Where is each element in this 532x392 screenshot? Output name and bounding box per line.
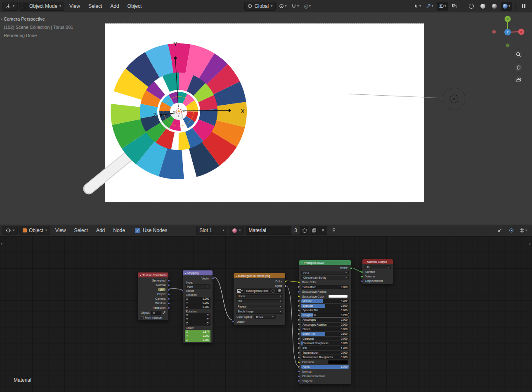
- socket-in[interactable]: [298, 300, 300, 302]
- input-clearcoat-normal[interactable]: Clearcoat Normal: [299, 374, 351, 378]
- shader-menu-view[interactable]: View: [52, 226, 69, 235]
- shader-menu-select[interactable]: Select: [71, 226, 91, 235]
- socket-in[interactable]: [298, 319, 300, 321]
- socket-in[interactable]: [298, 356, 300, 359]
- gizmo-toggle[interactable]: ▾: [424, 2, 435, 11]
- collapse-icon[interactable]: ▾: [185, 272, 186, 275]
- material-name-field[interactable]: Material: [246, 226, 291, 235]
- shading-rendered-button[interactable]: ▾: [501, 2, 512, 11]
- shading-material-button[interactable]: [489, 2, 499, 11]
- collapse-icon[interactable]: ▾: [140, 274, 141, 277]
- target-dropdown[interactable]: All▾: [364, 265, 391, 270]
- menu-object[interactable]: Object: [124, 2, 145, 10]
- socket-in[interactable]: [232, 320, 234, 323]
- specular-slider[interactable]: Specular0.500: [301, 304, 349, 308]
- socket-in[interactable]: [298, 309, 300, 312]
- subsurface-method-dropdown[interactable]: Christensen-Burley▾: [301, 276, 349, 280]
- output-object[interactable]: Object: [138, 292, 168, 296]
- extension-dropdown[interactable]: Repeat▾: [236, 305, 283, 309]
- clearcoat-slider[interactable]: Clearcoat0.000: [301, 337, 349, 341]
- from-instancer-row[interactable]: From Instancer: [138, 315, 168, 319]
- input-emission[interactable]: Emission: [299, 360, 351, 364]
- node-mapping[interactable]: ▾Mapping Vector Type: Point▾ Vector Loca…: [182, 270, 213, 343]
- 3d-viewport[interactable]: Y X Z Camera Perspective (102) Scene Col…: [0, 12, 532, 225]
- image-browse-button[interactable]: ▾: [236, 289, 244, 293]
- node-texture-coordinate[interactable]: ▾Texture Coordinate Generated Normal UV …: [137, 272, 169, 321]
- light-object[interactable]: [443, 88, 465, 110]
- clearcoat-roughness-slider[interactable]: Clearcoat Roughness0.030: [301, 341, 349, 345]
- specular-tint-slider[interactable]: Specular Tint0.000: [301, 308, 349, 312]
- nav-axis-y-neg[interactable]: [506, 44, 510, 47]
- image-unlink-button[interactable]: ×: [282, 289, 283, 293]
- socket-in[interactable]: [298, 314, 300, 317]
- node-header[interactable]: ▾Texture Coordinate: [138, 272, 168, 277]
- socket-out[interactable]: [168, 302, 170, 305]
- node-principled-bsdf[interactable]: ▾Principled BSDF BSDF GGX▾ Christensen-B…: [299, 260, 351, 385]
- shader-node-editor[interactable]: › ‹ ▾Texture Coordinate Generated Normal…: [0, 236, 532, 392]
- location-y-field[interactable]: Y0.000: [185, 301, 210, 305]
- output-alpha[interactable]: Alpha: [234, 284, 285, 288]
- input-base-color[interactable]: Base Color: [299, 280, 351, 284]
- roughness-slider[interactable]: Roughness0.250: [301, 313, 349, 317]
- socket-in[interactable]: [298, 338, 300, 340]
- eyedropper-icon[interactable]: [162, 311, 166, 315]
- socket-in[interactable]: [298, 347, 300, 349]
- node-header[interactable]: ▾Material Output: [362, 259, 393, 264]
- interpolation-dropdown[interactable]: Linear▾: [236, 294, 283, 298]
- menu-view[interactable]: View: [66, 2, 83, 10]
- shading-solid-button[interactable]: [478, 2, 488, 11]
- subsurface-slider[interactable]: Subsurface0.000: [301, 285, 349, 289]
- overlays-toggle[interactable]: ▾: [437, 2, 448, 11]
- socket-in[interactable]: [298, 361, 300, 364]
- input-subsurface-radius[interactable]: Subsurface Radius: [299, 289, 351, 294]
- socket-out[interactable]: [168, 307, 170, 309]
- socket-in[interactable]: [361, 275, 363, 278]
- socket-out[interactable]: [168, 293, 170, 296]
- socket-in[interactable]: [361, 280, 363, 282]
- image-fake-user-button[interactable]: [270, 289, 276, 293]
- collapse-icon[interactable]: ▾: [236, 275, 237, 277]
- overlay-options-dropdown[interactable]: ▾: [518, 226, 529, 235]
- location-z-field[interactable]: Z0.000: [185, 305, 210, 309]
- object-field[interactable]: [151, 311, 161, 315]
- distribution-dropdown[interactable]: GGX▾: [301, 271, 349, 275]
- output-normal[interactable]: Normal: [138, 283, 168, 287]
- rotation-z-field[interactable]: Z0°: [185, 322, 210, 326]
- emission-color-swatch[interactable]: [328, 360, 348, 364]
- socket-in[interactable]: [298, 333, 300, 335]
- socket-out[interactable]: [284, 285, 287, 287]
- socket-in[interactable]: [298, 352, 300, 354]
- alpha-slider[interactable]: Alpha1.000: [301, 365, 349, 369]
- location-x-field[interactable]: X1.000: [185, 297, 210, 301]
- socket-in[interactable]: [298, 328, 300, 331]
- node-material-output[interactable]: ▾Material Output All▾ Surface Volume Dis…: [362, 259, 393, 284]
- menu-select[interactable]: Select: [85, 2, 105, 10]
- input-subsurface-color[interactable]: Subsurface Color: [299, 294, 351, 298]
- image-name[interactable]: bubblegum16Palett: [244, 289, 270, 293]
- area-arrow-button[interactable]: [495, 226, 505, 235]
- socket-out[interactable]: [212, 277, 214, 279]
- use-nodes-toggle[interactable]: ✓ Use Nodes: [135, 228, 167, 233]
- socket-in[interactable]: [298, 366, 300, 368]
- node-header[interactable]: ▾bubblegum16Palette.png: [234, 273, 285, 278]
- socket-out[interactable]: [350, 267, 352, 270]
- shader-menu-node[interactable]: Node: [110, 226, 128, 235]
- socket-in[interactable]: [298, 342, 300, 345]
- transform-orientation-dropdown[interactable]: Global ▾: [244, 2, 276, 11]
- socket-in[interactable]: [181, 289, 184, 292]
- input-surface[interactable]: Surface: [362, 270, 393, 274]
- subsurface-color-swatch[interactable]: [328, 295, 348, 298]
- use-nodes-checkbox[interactable]: ✓: [135, 228, 140, 233]
- sheen-tint-slider[interactable]: Sheen Tint0.500: [301, 332, 349, 336]
- pause-button[interactable]: [519, 2, 529, 11]
- input-volume[interactable]: Volume: [362, 274, 393, 279]
- pan-button[interactable]: [513, 62, 524, 73]
- socket-in[interactable]: [298, 380, 300, 382]
- shading-wireframe-button[interactable]: [466, 2, 476, 11]
- input-normal[interactable]: Normal: [299, 369, 351, 374]
- transmission-slider[interactable]: Transmission0.000: [301, 351, 349, 355]
- socket-out[interactable]: [168, 284, 170, 286]
- menu-add[interactable]: Add: [107, 2, 122, 10]
- socket-in[interactable]: [298, 286, 300, 288]
- pin-button[interactable]: [329, 226, 339, 235]
